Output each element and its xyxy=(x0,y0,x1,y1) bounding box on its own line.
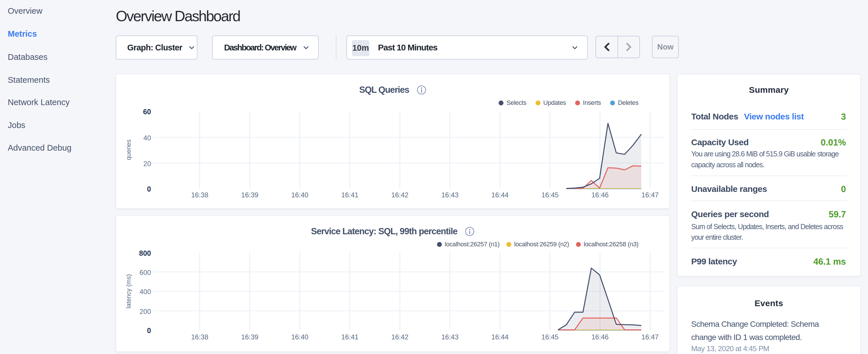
svg-text:16:40: 16:40 xyxy=(291,333,308,341)
svg-text:16:45: 16:45 xyxy=(541,333,559,341)
svg-text:16:47: 16:47 xyxy=(641,333,658,341)
svg-text:16:44: 16:44 xyxy=(492,333,509,341)
svg-text:200: 200 xyxy=(140,308,151,315)
svg-text:16:40: 16:40 xyxy=(291,191,308,199)
svg-text:16:47: 16:47 xyxy=(641,191,658,199)
svg-text:latency (ms): latency (ms) xyxy=(125,274,132,309)
svg-text:16:45: 16:45 xyxy=(541,191,559,199)
svg-text:16:41: 16:41 xyxy=(341,333,359,341)
svg-text:16:41: 16:41 xyxy=(341,191,359,199)
svg-text:0: 0 xyxy=(147,185,151,193)
svg-text:16:39: 16:39 xyxy=(241,191,258,199)
svg-text:16:42: 16:42 xyxy=(391,333,408,341)
svg-text:16:39: 16:39 xyxy=(241,333,258,341)
svg-text:16:42: 16:42 xyxy=(391,191,408,199)
svg-text:40: 40 xyxy=(143,134,151,142)
svg-text:16:43: 16:43 xyxy=(441,333,459,341)
svg-text:16:44: 16:44 xyxy=(492,191,509,199)
svg-text:0: 0 xyxy=(147,326,151,334)
svg-text:20: 20 xyxy=(143,160,151,167)
svg-text:16:38: 16:38 xyxy=(191,333,208,341)
svg-text:60: 60 xyxy=(143,108,151,116)
svg-text:16:38: 16:38 xyxy=(191,191,208,199)
svg-text:800: 800 xyxy=(139,249,151,257)
svg-text:16:46: 16:46 xyxy=(591,191,609,199)
svg-text:400: 400 xyxy=(140,288,151,296)
svg-text:16:46: 16:46 xyxy=(591,333,609,341)
svg-text:queries: queries xyxy=(125,139,132,160)
svg-text:600: 600 xyxy=(140,269,151,277)
svg-text:16:43: 16:43 xyxy=(441,191,459,199)
